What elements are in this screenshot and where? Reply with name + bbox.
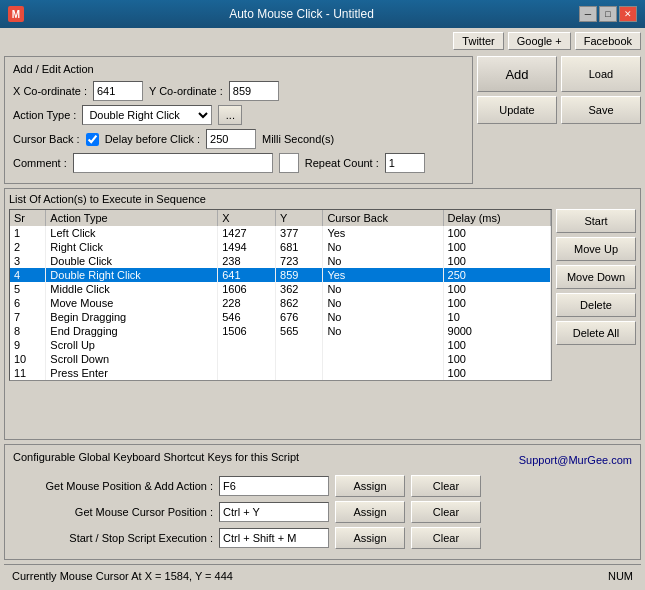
update-button[interactable]: Update xyxy=(477,96,557,124)
shortcut-assign-button-0[interactable]: Assign xyxy=(335,475,405,497)
shortcut-clear-button-1[interactable]: Clear xyxy=(411,501,481,523)
add-edit-title: Add / Edit Action xyxy=(13,63,464,75)
cursor-back-checkbox[interactable] xyxy=(86,133,99,146)
delay-label: Delay before Click : xyxy=(105,133,200,145)
twitter-button[interactable]: Twitter xyxy=(453,32,503,50)
table-row[interactable]: 6Move Mouse228862No100 xyxy=(10,296,551,310)
x-coord-label: X Co-ordinate : xyxy=(13,85,87,97)
add-edit-section: Add / Edit Action X Co-ordinate : Y Co-o… xyxy=(4,56,473,184)
repeat-count-label: Repeat Count : xyxy=(305,157,379,169)
shortcut-rows: Get Mouse Position & Add Action :AssignC… xyxy=(13,475,632,549)
maximize-button[interactable]: □ xyxy=(599,6,617,22)
col-sr: Sr xyxy=(10,210,46,226)
table-row[interactable]: 11Press Enter100 xyxy=(10,366,551,380)
milli-label: Milli Second(s) xyxy=(262,133,334,145)
shortcut-section: Configurable Global Keyboard Shortcut Ke… xyxy=(4,444,641,560)
color-picker-button[interactable] xyxy=(279,153,299,173)
add-edit-layout: Add / Edit Action X Co-ordinate : Y Co-o… xyxy=(4,56,641,184)
app-icon: M xyxy=(8,6,24,22)
action-buttons-section: Add Load Update Save xyxy=(477,56,641,184)
window-controls[interactable]: ─ □ ✕ xyxy=(579,6,637,22)
social-bar: Twitter Google + Facebook xyxy=(4,32,641,50)
repeat-count-input[interactable] xyxy=(385,153,425,173)
status-bar: Currently Mouse Cursor At X = 1584, Y = … xyxy=(4,564,641,586)
num-lock-text: NUM xyxy=(608,570,633,582)
shortcut-row-0: Get Mouse Position & Add Action :AssignC… xyxy=(13,475,632,497)
x-coord-input[interactable] xyxy=(93,81,143,101)
update-save-row: Update Save xyxy=(477,96,641,124)
comment-row: Comment : Repeat Count : xyxy=(13,153,464,173)
delay-input[interactable] xyxy=(206,129,256,149)
col-y: Y xyxy=(276,210,323,226)
cursor-back-checkbox-wrapper[interactable] xyxy=(86,133,99,146)
table-row[interactable]: 3Double Click238723No100 xyxy=(10,254,551,268)
comment-label: Comment : xyxy=(13,157,67,169)
table-row[interactable]: 1Left Click1427377Yes100 xyxy=(10,226,551,240)
action-type-select[interactable]: Double Right Click Left Click Right Clic… xyxy=(82,105,212,125)
load-button[interactable]: Load xyxy=(561,56,641,92)
minimize-button[interactable]: ─ xyxy=(579,6,597,22)
actions-table: Sr Action Type X Y Cursor Back Delay (ms… xyxy=(10,210,551,380)
add-button[interactable]: Add xyxy=(477,56,557,92)
shortcut-clear-button-2[interactable]: Clear xyxy=(411,527,481,549)
delete-all-button[interactable]: Delete All xyxy=(556,321,636,345)
action-type-row: Action Type : Double Right Click Left Cl… xyxy=(13,105,464,125)
table-row[interactable]: 2Right Click1494681No100 xyxy=(10,240,551,254)
google-plus-button[interactable]: Google + xyxy=(508,32,571,50)
table-row[interactable]: 5Middle Click1606362No100 xyxy=(10,282,551,296)
shortcut-title: Configurable Global Keyboard Shortcut Ke… xyxy=(13,451,299,463)
start-button[interactable]: Start xyxy=(556,209,636,233)
list-container: Sr Action Type X Y Cursor Back Delay (ms… xyxy=(9,209,552,381)
move-down-button[interactable]: Move Down xyxy=(556,265,636,289)
shortcut-input-2[interactable] xyxy=(219,528,329,548)
delete-button[interactable]: Delete xyxy=(556,293,636,317)
shortcut-assign-button-2[interactable]: Assign xyxy=(335,527,405,549)
table-row[interactable]: 4Double Right Click641859Yes250 xyxy=(10,268,551,282)
shortcut-input-0[interactable] xyxy=(219,476,329,496)
shortcut-row-2: Start / Stop Script Execution :AssignCle… xyxy=(13,527,632,549)
table-header-row: Sr Action Type X Y Cursor Back Delay (ms… xyxy=(10,210,551,226)
add-load-row: Add Load xyxy=(477,56,641,92)
window-title: Auto Mouse Click - Untitled xyxy=(24,7,579,21)
col-delay: Delay (ms) xyxy=(443,210,550,226)
shortcut-input-1[interactable] xyxy=(219,502,329,522)
title-bar: M Auto Mouse Click - Untitled ─ □ ✕ xyxy=(0,0,645,28)
cursor-delay-row: Cursor Back : Delay before Click : Milli… xyxy=(13,129,464,149)
shortcut-label-0: Get Mouse Position & Add Action : xyxy=(13,480,213,492)
browse-button[interactable]: ... xyxy=(218,105,242,125)
support-text: Support@MurGee.com xyxy=(519,454,632,466)
action-type-label: Action Type : xyxy=(13,109,76,121)
col-x: X xyxy=(218,210,276,226)
table-row[interactable]: 10Scroll Down100 xyxy=(10,352,551,366)
y-coord-input[interactable] xyxy=(229,81,279,101)
shortcut-header: Configurable Global Keyboard Shortcut Ke… xyxy=(13,451,632,469)
col-cursor-back: Cursor Back xyxy=(323,210,443,226)
y-coord-label: Y Co-ordinate : xyxy=(149,85,223,97)
shortcut-label-1: Get Mouse Cursor Position : xyxy=(13,506,213,518)
mouse-position-text: Currently Mouse Cursor At X = 1584, Y = … xyxy=(12,570,233,582)
table-row[interactable]: 7Begin Dragging546676No10 xyxy=(10,310,551,324)
comment-input[interactable] xyxy=(73,153,273,173)
side-buttons: Start Move Up Move Down Delete Delete Al… xyxy=(556,209,636,381)
col-action-type: Action Type xyxy=(46,210,218,226)
shortcut-clear-button-0[interactable]: Clear xyxy=(411,475,481,497)
table-row[interactable]: 8End Dragging1506565No9000 xyxy=(10,324,551,338)
close-button[interactable]: ✕ xyxy=(619,6,637,22)
table-row[interactable]: 9Scroll Up100 xyxy=(10,338,551,352)
save-button[interactable]: Save xyxy=(561,96,641,124)
list-layout: Sr Action Type X Y Cursor Back Delay (ms… xyxy=(9,209,636,381)
coordinates-row: X Co-ordinate : Y Co-ordinate : xyxy=(13,81,464,101)
cursor-back-label: Cursor Back : xyxy=(13,133,80,145)
list-inner: Sr Action Type X Y Cursor Back Delay (ms… xyxy=(9,209,552,381)
shortcut-assign-button-1[interactable]: Assign xyxy=(335,501,405,523)
list-title: List Of Action(s) to Execute in Sequence xyxy=(9,193,636,205)
shortcut-row-1: Get Mouse Cursor Position :AssignClear xyxy=(13,501,632,523)
list-section: List Of Action(s) to Execute in Sequence… xyxy=(4,188,641,440)
shortcut-label-2: Start / Stop Script Execution : xyxy=(13,532,213,544)
main-content: Twitter Google + Facebook Add / Edit Act… xyxy=(0,28,645,590)
move-up-button[interactable]: Move Up xyxy=(556,237,636,261)
facebook-button[interactable]: Facebook xyxy=(575,32,641,50)
